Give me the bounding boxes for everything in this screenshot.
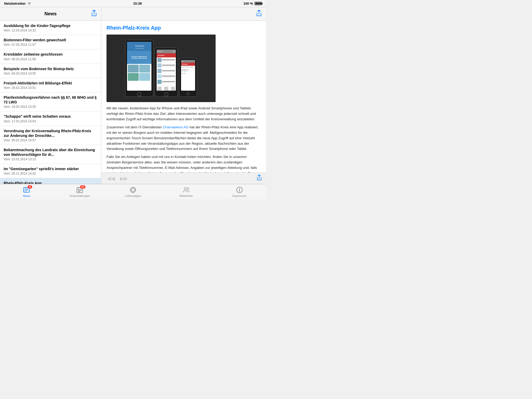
phone-mockup-right: 9:13 Aktuelles Herzliche Grüße "Gelieft.… [179,58,197,97]
article-paragraph-3: Falls Sie ein Anliegen haben und mit uns… [107,154,261,172]
phone-mockup-left: Rhein-Pfalz-Kreis die gute Kreislage Her… [125,40,154,97]
article-body: Mit der neuen, kostenlosen App für iPhon… [107,106,261,172]
veranstaltungen-badge: 27 [80,185,85,189]
news-item-title: Planfeststellungsverfahren nach §§ 67, 6… [4,95,97,104]
svg-point-17 [131,188,135,191]
article-share-button[interactable] [257,175,262,182]
next-next-button[interactable]: ▶▶ [118,174,129,183]
article-paragraph-2: Zusammen mit dem IT-Dienstleister Chamae… [107,125,261,152]
news-item-title: Im "Gemüsegarten" sprießt's immer stärke… [4,167,97,171]
target-icon [129,186,137,194]
tab-veranstaltungen[interactable]: 27 Veranstaltungen [53,184,107,200]
tab-veranstaltungen-icon-wrapper: 27 [76,186,83,194]
article-text-2a: Zusammen mit dem IT-Dienstleister [107,125,163,129]
wifi-icon [27,2,31,5]
article-paragraph-1: Mit der neuen, kostenlosen App für iPhon… [107,106,261,122]
main-area: News Ausbildung für die Kinder-Tagespfle… [0,7,266,184]
news-item-title: Bekanntmachung des Landrats über die Ein… [4,148,97,157]
article-navigation: ◀◀ ▶▶ [101,172,266,184]
svg-rect-14 [78,191,79,192]
news-item-title: Verordnung der Kreisverwaltung Rhein-Pfa… [4,129,97,138]
article-image: Rhein-Pfalz-Kreis die gute Kreislage Her… [107,35,216,102]
news-item-date: Vom: 28.02.2014 10:51 [4,86,97,90]
tab-veranstaltungen-label: Veranstaltungen [69,194,90,197]
news-item-title: Beispiele vom Bodensee für Biotop-Netz [4,66,97,71]
news-item-date: Vom: 04.03.2014 13:55 [4,72,97,75]
tab-impressum[interactable]: Impressum [213,184,266,200]
status-bar: Netzbetreiber 15:39 100 % [0,0,266,7]
tab-mitarbeiter[interactable]: Mitarbeiter [159,184,213,200]
news-list-item[interactable]: Im "Gemüsegarten" sprießt's immer stärke… [0,164,101,178]
news-item-title: "Schappo" wirft seine Schatten voraus [4,114,97,119]
news-item-date: Vom: 07.03.2014 11:07 [4,43,97,46]
carrier-label: Netzbetreiber [4,2,26,5]
news-list-item[interactable]: Biotonnen-Filter werden gewechseltVom: 0… [0,35,101,49]
tab-mitarbeiter-icon-wrapper [183,186,190,194]
news-item-title: Freizeit-Aktivitärten mit Bildungs-Effek… [4,81,97,85]
tab-lebenslagen-label: Lebenslagen [125,194,141,197]
tab-news[interactable]: 6 News [0,184,53,200]
info-icon [236,186,243,194]
status-time: 15:39 [133,2,142,5]
svg-point-23 [187,188,189,190]
right-share-button[interactable] [256,10,262,18]
tab-impressum-icon-wrapper [236,186,243,194]
tab-bar: 6 News 27 Veranstaltungen [0,184,266,200]
news-item-title: Ausbildung für die Kinder-Tagespflege [4,23,97,28]
svg-rect-15 [79,191,80,192]
news-list-item[interactable]: Freizeit-Aktivitärten mit Bildungs-Effek… [0,78,101,92]
article-content: Rhein-Pfalz-Kreis App Rhein-Pfalz-Kreis … [101,21,266,172]
news-list-item[interactable]: "Schappo" wirft seine Schatten vorausVom… [0,111,101,126]
news-list-item[interactable]: Bekanntmachung des Landrats über die Ein… [0,145,101,164]
left-panel-title: News [44,11,57,17]
news-item-date: Vom: 05.02.2014 14:57 [4,138,97,142]
right-panel: Rhein-Pfalz-Kreis App Rhein-Pfalz-Kreis … [101,7,266,184]
tab-news-icon-wrapper: 6 [23,186,30,194]
people-icon [183,186,190,194]
prev-prev-button[interactable]: ◀◀ [105,174,116,183]
news-list-item[interactable]: Verordnung der Kreisverwaltung Rhein-Pfa… [0,126,101,145]
news-list-item[interactable]: Planfeststellungsverfahren nach §§ 67, 6… [0,92,101,111]
svg-rect-12 [79,190,80,191]
left-panel: News Ausbildung für die Kinder-Tagespfle… [0,7,101,184]
tab-mitarbeiter-label: Mitarbeiter [179,194,193,197]
nav-arrows-left: ◀◀ ▶▶ [105,174,129,183]
svg-point-22 [184,188,186,190]
news-item-title: Biotonnen-Filter werden gewechselt [4,38,97,42]
news-item-date: Vom: 13.01.2014 13:13 [4,157,97,161]
news-badge: 6 [28,185,32,189]
battery-label: 100 % [243,2,253,5]
news-item-date: Vom: 12.03.2014 14:32 [4,29,97,32]
svg-rect-13 [81,190,82,191]
news-item-date: Vom: 06.03.2014 11:56 [4,57,97,61]
tab-lebenslagen-icon-wrapper [129,186,137,194]
svg-point-16 [130,187,136,192]
article-title: Rhein-Pfalz-Kreis App [107,25,261,31]
left-share-button[interactable] [91,10,97,18]
chamaeleon-link[interactable]: Chamaeleon AG [163,125,189,129]
right-header [101,7,266,21]
tab-lebenslagen[interactable]: Lebenslagen [107,184,160,200]
battery-icon [255,2,262,5]
news-list-item[interactable]: Rhein-Pfalz-Kreis AppVom: 11.07.2013 18:… [0,178,101,184]
news-list-item[interactable]: Ausbildung für die Kinder-TagespflegeVom… [0,21,101,35]
news-item-date: Vom: 28.11.2013 14:42 [4,172,97,175]
news-item-title: Rhein-Pfalz-Kreis App [4,181,97,184]
carrier-info: Netzbetreiber [4,2,31,5]
svg-point-26 [239,188,240,189]
news-list: Ausbildung für die Kinder-TagespflegeVom… [0,21,101,184]
battery-info: 100 % [243,2,262,5]
svg-text:die gute Kreislage: die gute Kreislage [135,48,144,49]
news-list-item[interactable]: Kreisbäder zeitweise geschlossenVom: 06.… [0,49,101,64]
svg-text:Rhein-Pfalz-Kreis: Rhein-Pfalz-Kreis [135,45,144,47]
tab-news-label: News [23,194,30,197]
news-item-title: Kreisbäder zeitweise geschlossen [4,52,97,57]
left-header: News [0,7,101,21]
news-item-date: Vom: 17.02.2014 14:54 [4,119,97,123]
news-list-item[interactable]: Beispiele vom Bodensee für Biotop-NetzVo… [0,64,101,78]
svg-rect-11 [78,190,79,191]
news-item-date: Vom: 19.02.2014 13:25 [4,105,97,109]
tab-impressum-label: Impressum [232,194,246,197]
phone-mockup-middle: 9:41 AM ●●● Aktuelles [155,48,178,97]
